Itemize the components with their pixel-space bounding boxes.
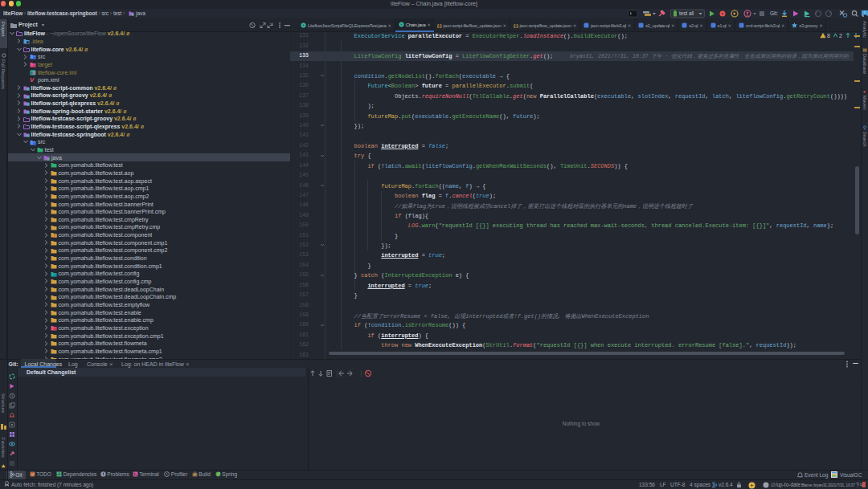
svg-text:test all: test all	[679, 10, 694, 16]
svg-text:Git:: Git:	[770, 10, 778, 16]
svg-text:2: 2	[839, 33, 842, 39]
svg-text:8: 8	[827, 33, 830, 39]
